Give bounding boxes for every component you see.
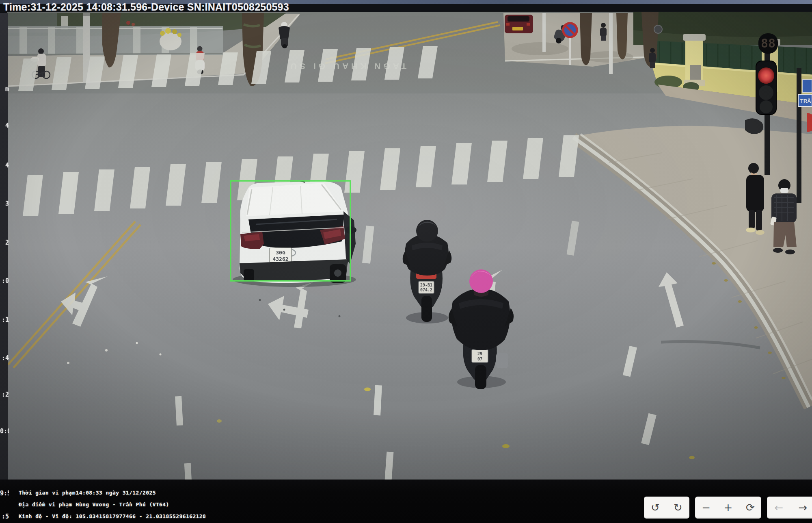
zoom-out-button[interactable]: − <box>697 497 715 519</box>
violation-time-row: Thời gian vi phạm: 14:08:33 ngày 31/12/2… <box>19 487 206 499</box>
violation-location-value: : Hùng Vương - Trần Phú (VT64) <box>69 501 169 508</box>
clipped-side-text: 2 <box>0 239 9 246</box>
clipped-side-text: :4 <box>0 354 9 362</box>
rotate-right-button[interactable]: ↻ <box>669 497 687 519</box>
violation-review-window: Time:31-12-2025 14:08:31.596-Device SN:I… <box>0 0 812 523</box>
zoom-button-group: − + ⟳ <box>695 497 761 519</box>
previous-image-button[interactable]: ← <box>770 497 788 519</box>
navigation-button-group: ← → <box>767 497 812 519</box>
clipped-side-text: 9:5 <box>0 490 9 497</box>
clipped-side-text: 3 <box>0 200 9 207</box>
clipped-side-text: 4 <box>0 162 9 169</box>
image-toolbar: ↺ ↻ − + ⟳ ← → <box>644 497 812 519</box>
next-image-button[interactable]: → <box>794 497 812 519</box>
reset-view-button[interactable]: ⟳ <box>741 497 759 519</box>
violation-time-label: Thời gian vi phạm <box>19 490 69 496</box>
rotate-button-group: ↺ ↻ <box>644 497 689 519</box>
clipped-side-text: :1 <box>0 316 9 323</box>
clipped-side-text: 4 <box>0 122 9 129</box>
violation-coordinates-label: Kinh độ - Vĩ độ <box>19 513 69 519</box>
violation-location-label: Địa điểm vi phạm <box>19 501 69 508</box>
clipped-side-text: 0:0 <box>0 428 9 435</box>
violation-coordinates-value: : 105.83415817977466 - 21.03185529616212… <box>69 513 206 519</box>
photo-vignette <box>0 12 812 480</box>
rotate-left-button[interactable]: ↺ <box>646 497 664 519</box>
zoom-in-button[interactable]: + <box>719 497 737 519</box>
violation-location-row: Địa điểm vi phạm: Hùng Vương - Trần Phú … <box>19 499 206 510</box>
violation-coordinates-row: Kinh độ - Vĩ độ: 105.83415817977466 - 21… <box>19 510 206 522</box>
clipped-side-text: :0 <box>0 277 9 284</box>
clipped-side-text: m <box>0 85 9 93</box>
camera-image-viewport[interactable]: TAGN KHAU GI SU <box>0 0 812 523</box>
clipped-side-text: :5 <box>0 513 9 520</box>
violation-details: Thời gian vi phạm: 14:08:33 ngày 31/12/2… <box>19 487 206 522</box>
violation-time-value: : 14:08:33 ngày 31/12/2025 <box>69 490 156 496</box>
violation-info-bar: Thời gian vi phạm: 14:08:33 ngày 31/12/2… <box>0 480 812 523</box>
clipped-side-text: :2 <box>0 391 9 398</box>
